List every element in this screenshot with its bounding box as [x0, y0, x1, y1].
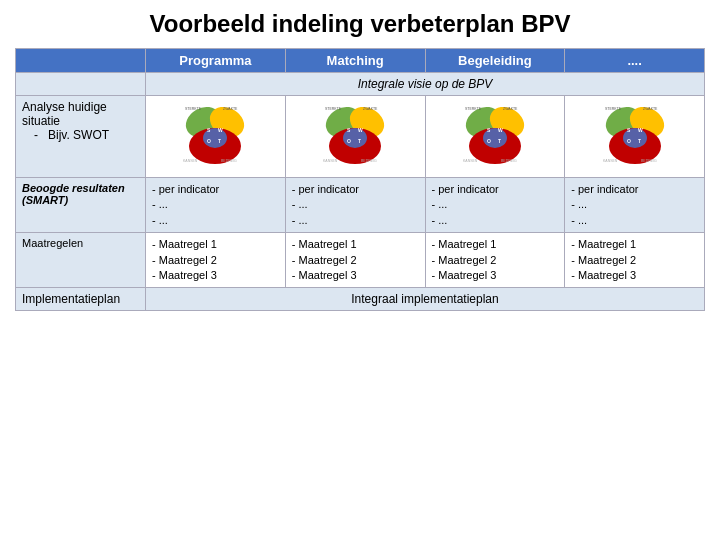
beoogde-list-2: per indicator ... ...	[292, 182, 419, 228]
page-title: Voorbeeld indeling verbeterplan BPV	[150, 10, 571, 38]
maatregelen-col1: Maatregel 1 Maatregel 2 Maatregel 3	[146, 233, 286, 288]
maatregel-4-1: Maatregel 1	[571, 237, 698, 252]
svg-text:BEDREIG: BEDREIG	[361, 159, 377, 163]
svg-text:T: T	[358, 138, 361, 144]
svg-text:KANSEN: KANSEN	[463, 159, 478, 163]
maatregel-4-2: Maatregel 2	[571, 253, 698, 268]
beoogde-item-2-2: ...	[292, 197, 419, 212]
svg-text:W: W	[358, 127, 363, 133]
beoogde-label-smart: (SMART)	[22, 194, 68, 206]
analyse-col3: S W O T STERKTE ZWAKTE KANSEN BEDREIG	[425, 96, 565, 178]
beoogde-item-1-2: ...	[152, 197, 279, 212]
header-col2: Matching	[285, 49, 425, 73]
beoogde-item-1-1: per indicator	[152, 182, 279, 197]
beoogde-list-3: per indicator ... ...	[432, 182, 559, 228]
maatregel-1-1: Maatregel 1	[152, 237, 279, 252]
maatregelen-list-1: Maatregel 1 Maatregel 2 Maatregel 3	[152, 237, 279, 283]
maatregel-3-3: Maatregel 3	[432, 268, 559, 283]
header-col0	[16, 49, 146, 73]
page: Voorbeeld indeling verbeterplan BPV Prog…	[0, 0, 720, 540]
maatregelen-list-3: Maatregel 1 Maatregel 2 Maatregel 3	[432, 237, 559, 283]
analyse-label: Analyse huidige situatie - Bijv. SWOT	[16, 96, 146, 178]
maatregel-2-2: Maatregel 2	[292, 253, 419, 268]
header-col1: Programma	[146, 49, 286, 73]
svg-text:BEDREIG: BEDREIG	[501, 159, 517, 163]
svg-text:W: W	[638, 127, 643, 133]
maatregel-2-1: Maatregel 1	[292, 237, 419, 252]
beoogde-row: Beoogde resultaten (SMART) per indicator…	[16, 178, 705, 233]
beoogde-col4: per indicator ... ...	[565, 178, 705, 233]
beoogde-item-4-2: ...	[571, 197, 698, 212]
maatregel-4-3: Maatregel 3	[571, 268, 698, 283]
beoogde-list-1: per indicator ... ...	[152, 182, 279, 228]
analyse-row: Analyse huidige situatie - Bijv. SWOT	[16, 96, 705, 178]
header-col3: Begeleiding	[425, 49, 565, 73]
svg-text:O: O	[347, 138, 351, 144]
beoogde-item-2-3: ...	[292, 213, 419, 228]
impl-value: Integraal implementatieplan	[146, 288, 705, 311]
integrale-label-cell	[16, 73, 146, 96]
integrale-value: Integrale visie op de BPV	[146, 73, 705, 96]
beoogde-item-4-3: ...	[571, 213, 698, 228]
beoogde-item-3-2: ...	[432, 197, 559, 212]
svg-text:O: O	[627, 138, 631, 144]
beoogde-col1: per indicator ... ...	[146, 178, 286, 233]
maatregelen-row: Maatregelen Maatregel 1 Maatregel 2 Maat…	[16, 233, 705, 288]
beoogde-col2: per indicator ... ...	[285, 178, 425, 233]
maatregelen-label: Maatregelen	[16, 233, 146, 288]
swot-diagram-1: S W O T STERKTE ZWAKTE KANSEN BEDREIG	[175, 100, 255, 170]
beoogde-label: Beoogde resultaten (SMART)	[16, 178, 146, 233]
svg-text:ZWAKTE: ZWAKTE	[363, 107, 378, 111]
header-row: Programma Matching Begeleiding ....	[16, 49, 705, 73]
swot-diagram-2: S W O T STERKTE ZWAKTE KANSEN BEDREIG	[315, 100, 395, 170]
beoogde-col3: per indicator ... ...	[425, 178, 565, 233]
swot-diagram-4: S W O T STERKTE ZWAKTE KANSEN BEDREIG	[595, 100, 675, 170]
svg-text:STERKTE: STERKTE	[185, 107, 202, 111]
impl-label: Implementatieplan	[16, 288, 146, 311]
svg-text:ZWAKTE: ZWAKTE	[643, 107, 658, 111]
impl-row: Implementatieplan Integraal implementati…	[16, 288, 705, 311]
svg-text:T: T	[498, 138, 501, 144]
maatregel-3-1: Maatregel 1	[432, 237, 559, 252]
beoogde-list-4: per indicator ... ...	[571, 182, 698, 228]
beoogde-item-2-1: per indicator	[292, 182, 419, 197]
maatregel-3-2: Maatregel 2	[432, 253, 559, 268]
maatregel-1-2: Maatregel 2	[152, 253, 279, 268]
maatregelen-list-4: Maatregel 1 Maatregel 2 Maatregel 3	[571, 237, 698, 283]
beoogde-item-4-1: per indicator	[571, 182, 698, 197]
maatregel-2-3: Maatregel 3	[292, 268, 419, 283]
beoogde-label-text: Beoogde resultaten	[22, 182, 125, 194]
svg-text:STERKTE: STERKTE	[325, 107, 342, 111]
svg-text:KANSEN: KANSEN	[323, 159, 338, 163]
svg-text:ZWAKTE: ZWAKTE	[223, 107, 238, 111]
maatregel-1-3: Maatregel 3	[152, 268, 279, 283]
analyse-col1: S W O T STERKTE ZWAKTE KANSEN BEDREIG	[146, 96, 286, 178]
svg-text:KANSEN: KANSEN	[603, 159, 618, 163]
maatregelen-col2: Maatregel 1 Maatregel 2 Maatregel 3	[285, 233, 425, 288]
analyse-col2: S W O T STERKTE ZWAKTE KANSEN BEDREIG	[285, 96, 425, 178]
svg-text:T: T	[638, 138, 641, 144]
svg-text:W: W	[498, 127, 503, 133]
beoogde-item-3-1: per indicator	[432, 182, 559, 197]
svg-text:STERKTE: STERKTE	[605, 107, 622, 111]
maatregelen-col3: Maatregel 1 Maatregel 2 Maatregel 3	[425, 233, 565, 288]
bpv-table: Programma Matching Begeleiding .... Inte…	[15, 48, 705, 311]
svg-text:W: W	[218, 127, 223, 133]
integrale-row: Integrale visie op de BPV	[16, 73, 705, 96]
svg-text:STERKTE: STERKTE	[465, 107, 482, 111]
svg-text:T: T	[218, 138, 221, 144]
swot-diagram-3: S W O T STERKTE ZWAKTE KANSEN BEDREIG	[455, 100, 535, 170]
analyse-col4: S W O T STERKTE ZWAKTE KANSEN BEDREIG	[565, 96, 705, 178]
maatregelen-list-2: Maatregel 1 Maatregel 2 Maatregel 3	[292, 237, 419, 283]
beoogde-item-1-3: ...	[152, 213, 279, 228]
svg-text:BEDREIG: BEDREIG	[221, 159, 237, 163]
svg-text:ZWAKTE: ZWAKTE	[503, 107, 518, 111]
svg-text:O: O	[207, 138, 211, 144]
maatregelen-col4: Maatregel 1 Maatregel 2 Maatregel 3	[565, 233, 705, 288]
svg-text:BEDREIG: BEDREIG	[641, 159, 657, 163]
beoogde-item-3-3: ...	[432, 213, 559, 228]
header-col4: ....	[565, 49, 705, 73]
svg-text:O: O	[487, 138, 491, 144]
svg-text:KANSEN: KANSEN	[183, 159, 198, 163]
